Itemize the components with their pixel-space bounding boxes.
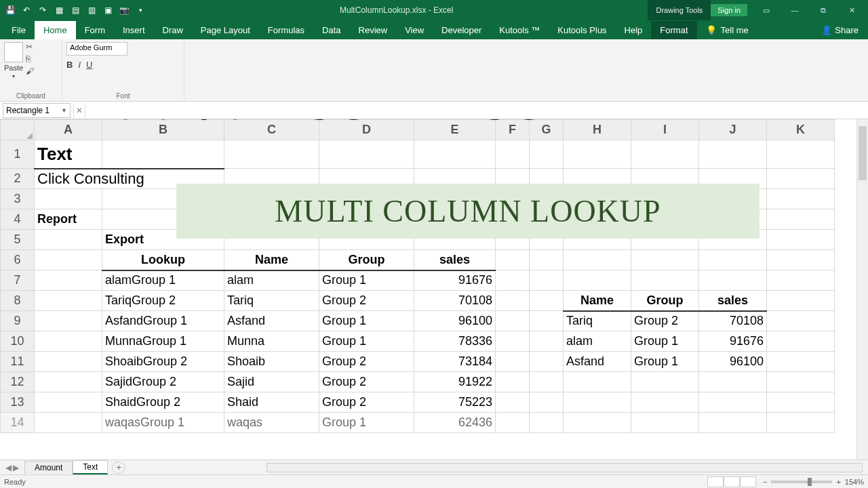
cell[interactable]: Asfand [224,311,319,331]
qat-icon[interactable]: ▤ [71,5,80,15]
cell[interactable]: Lookup [102,250,224,270]
format-painter-icon[interactable]: 🖌 [26,66,37,76]
cell[interactable]: waqas [224,413,319,433]
cell[interactable]: Group 1 [319,331,414,352]
italic-button[interactable]: I [78,60,81,70]
row-header[interactable]: 7 [1,270,35,291]
cell[interactable]: alamGroup 1 [102,270,224,291]
zoom-slider[interactable] [771,481,832,483]
maximize-icon[interactable]: ⧉ [810,0,837,20]
cell[interactable]: Tariq [564,311,631,331]
tab-format[interactable]: Format [651,21,696,39]
tab-help[interactable]: Help [616,21,652,39]
row-header[interactable]: 1 [1,140,35,169]
horizontal-scrollbar[interactable] [131,463,863,472]
cell[interactable]: Text [35,140,102,169]
col-header[interactable]: G [530,120,564,140]
tab-kutools[interactable]: Kutools ™ [490,21,549,39]
row-header[interactable]: 4 [1,209,35,230]
sheet-nav-next-icon[interactable]: ▶ [13,463,19,472]
qat-more-icon[interactable]: ▾ [136,5,145,15]
vertical-scrollbar[interactable] [856,119,868,460]
cell[interactable]: 96100 [699,352,767,372]
cell[interactable]: alam [224,270,319,291]
row-header[interactable]: 8 [1,291,35,311]
tab-kutools-plus[interactable]: Kutools Plus [549,21,615,39]
zoom-level[interactable]: 154% [845,478,864,486]
view-page-break-button[interactable] [740,476,756,487]
tab-insert[interactable]: Insert [114,21,154,39]
cell[interactable]: Sajid [224,372,319,392]
sheet-nav-prev-icon[interactable]: ◀ [5,463,12,472]
sheet-tab-amount[interactable]: Amount [24,461,73,474]
cell[interactable]: 91676 [414,270,496,291]
spreadsheet[interactable]: A B C D E F G H I J K 1 Text 2 Click Con… [0,119,835,433]
cell[interactable]: 73184 [414,352,496,372]
zoom-in-button[interactable]: + [836,478,840,486]
tab-home[interactable]: Home [35,21,76,39]
sheet-tab-text[interactable]: Text [73,460,108,474]
cell[interactable]: 78336 [414,331,496,352]
cell[interactable]: waqasGroup 1 [102,413,224,433]
worksheet-grid[interactable]: advance Excel MULTI COLUMN LOOKUP A B C … [0,119,868,460]
qat-icon[interactable]: ▣ [103,5,113,15]
tab-file[interactable]: File [3,21,35,39]
row-header[interactable]: 11 [1,352,35,372]
cell[interactable]: 96100 [414,311,496,331]
cell[interactable]: AsfandGroup 1 [102,311,224,331]
cell[interactable]: 70108 [699,311,767,331]
row-header[interactable]: 9 [1,311,35,331]
sign-in-button[interactable]: Sign in [711,4,747,16]
scrollbar-thumb[interactable] [859,126,867,180]
row-header[interactable]: 2 [1,169,35,189]
cell[interactable]: alam [564,331,631,352]
new-sheet-button[interactable]: + [112,462,125,474]
tell-me-search[interactable]: 💡 Tell me [697,21,757,39]
row-header[interactable]: 10 [1,331,35,352]
cell[interactable]: Tariq [224,291,319,311]
select-all-corner[interactable] [1,120,35,140]
col-header[interactable]: F [496,120,530,140]
cell[interactable]: Name [564,291,631,311]
cell[interactable]: Group [319,250,414,270]
cell[interactable]: SajidGroup 2 [102,372,224,392]
cell[interactable]: Group 1 [319,270,414,291]
col-header[interactable]: K [767,120,835,140]
qat-icon[interactable]: ▥ [87,5,96,15]
paste-button[interactable]: Paste ▾ [4,42,23,79]
col-header[interactable]: H [564,120,631,140]
tab-form[interactable]: Form [76,21,114,39]
copy-icon[interactable]: ⎘ [26,54,37,64]
row-header[interactable]: 13 [1,392,35,413]
font-name-input[interactable]: Adobe Gurm [66,42,127,56]
share-button[interactable]: 👤 Share [812,21,868,39]
cell[interactable]: 91922 [414,372,496,392]
bold-button[interactable]: B [66,60,73,70]
view-page-layout-button[interactable] [724,476,740,487]
cancel-formula-icon[interactable]: ✕ [73,103,85,118]
qat-icon[interactable]: ▦ [54,5,64,15]
col-header[interactable]: E [414,120,496,140]
col-header[interactable]: C [224,120,319,140]
undo-icon[interactable]: ↶ [22,5,31,15]
tab-page-layout[interactable]: Page Layout [192,21,259,39]
cell[interactable]: Shaid [224,392,319,413]
cell[interactable]: Group 2 [319,372,414,392]
cell[interactable]: Asfand [564,352,631,372]
cell[interactable]: Group 2 [319,352,414,372]
col-header[interactable]: B [102,120,224,140]
tab-review[interactable]: Review [350,21,397,39]
tab-developer[interactable]: Developer [433,21,490,39]
cell[interactable]: Group [631,291,699,311]
cell[interactable]: ShoaibGroup 2 [102,352,224,372]
cell[interactable]: Group 2 [631,311,699,331]
cell[interactable]: Report [35,209,102,230]
view-normal-button[interactable] [707,476,724,487]
minimize-icon[interactable]: ― [781,0,808,20]
row-header[interactable]: 3 [1,189,35,209]
camera-icon[interactable]: 📷 [119,5,129,15]
tab-draw[interactable]: Draw [154,21,192,39]
cell[interactable]: TariqGroup 2 [102,291,224,311]
cell[interactable]: 91676 [699,331,767,352]
tab-data[interactable]: Data [313,21,349,39]
